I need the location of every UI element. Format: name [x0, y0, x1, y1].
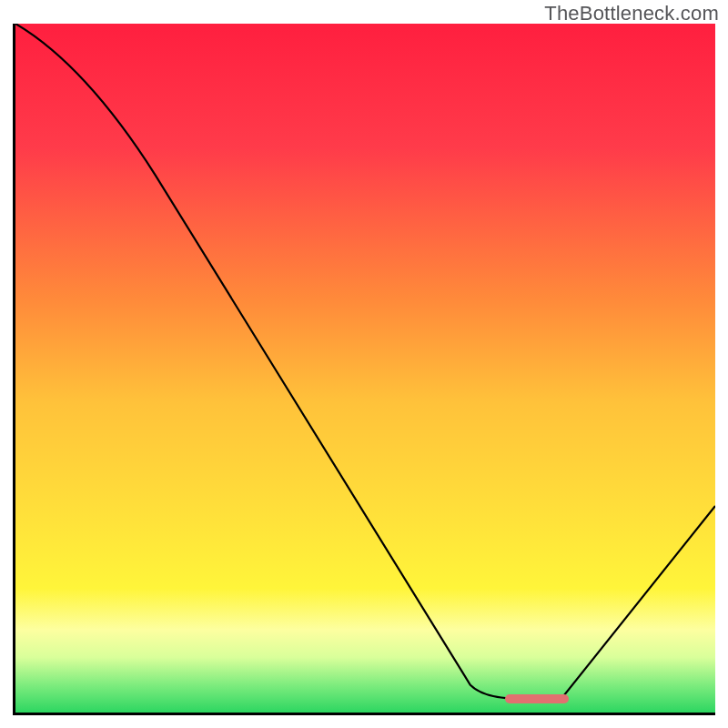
plot-area	[13, 24, 715, 715]
watermark-text: TheBottleneck.com	[544, 2, 719, 25]
bottleneck-curve	[15, 24, 715, 713]
chart-container: TheBottleneck.com	[0, 0, 728, 728]
optimal-marker	[505, 694, 568, 703]
